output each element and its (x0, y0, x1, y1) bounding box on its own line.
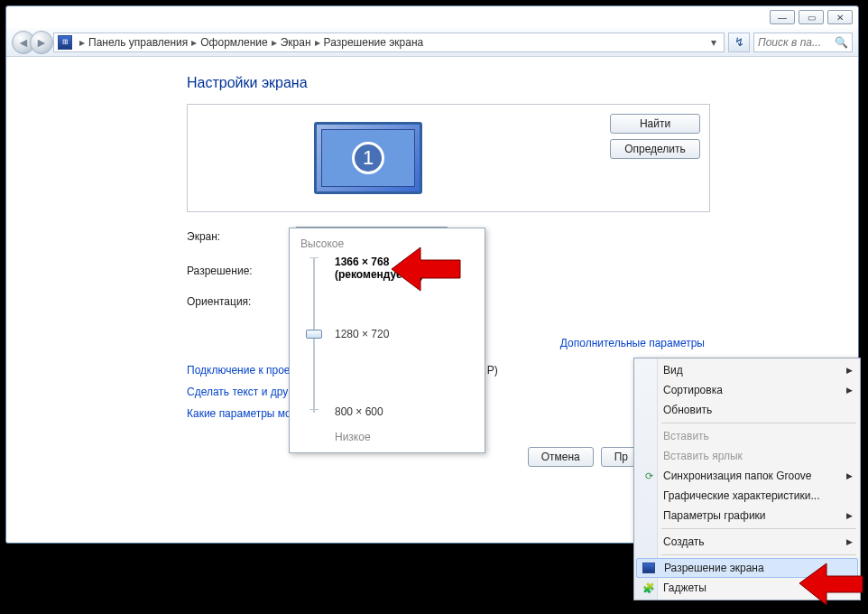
monitor-icon (642, 563, 655, 573)
address-dropdown[interactable]: ▾ (707, 36, 720, 49)
chevron-right-icon: ▶ (846, 386, 853, 395)
cancel-button[interactable]: Отмена (528, 447, 594, 467)
breadcrumb-sep: ▸ (272, 36, 277, 49)
monitor-preview[interactable]: 1 (314, 122, 422, 194)
search-box[interactable]: 🔍 (753, 33, 853, 52)
ctx-groove-sync[interactable]: ⟳Синхронизация папок Groove▶ (636, 466, 858, 486)
breadcrumb-item[interactable]: Оформление (200, 36, 267, 49)
ctx-separator (661, 528, 856, 529)
search-icon[interactable]: 🔍 (835, 36, 848, 49)
projector-link[interactable]: Подключение к проек (187, 364, 295, 377)
ctx-sort[interactable]: Сортировка▶ (636, 380, 858, 400)
svg-marker-1 (799, 563, 863, 605)
ctx-separator (661, 554, 856, 555)
refresh-button[interactable]: ↯ (728, 33, 750, 52)
window-controls: — ▭ ✕ (770, 10, 853, 24)
chevron-right-icon: ▶ (846, 471, 853, 480)
dialog-buttons: Отмена Пр (528, 447, 642, 467)
nav-back-forward: ◄ ► (12, 31, 48, 54)
ctx-separator (661, 423, 856, 423)
ctx-refresh[interactable]: Обновить (636, 400, 858, 420)
monitor-screen: 1 (321, 129, 415, 187)
breadcrumb-item[interactable]: Экран (281, 36, 311, 49)
resolution-slider-track (309, 257, 319, 416)
resolution-low-label: Низкое (335, 431, 371, 443)
resolution-min: 800 × 600 (335, 405, 383, 418)
close-button[interactable]: ✕ (827, 10, 853, 24)
ctx-graphics-options[interactable]: Параметры графики▶ (636, 506, 858, 526)
monitor-number: 1 (352, 142, 384, 174)
control-panel-icon: ⊞ (58, 35, 72, 50)
chevron-right-icon: ▶ (846, 366, 853, 375)
chevron-right-icon: ▶ (846, 511, 853, 520)
advanced-settings-link[interactable]: Дополнительные параметры (560, 337, 705, 349)
resolution-slider-thumb[interactable] (306, 330, 322, 339)
groove-icon: ⟳ (642, 469, 656, 483)
gadgets-icon: 🧩 (642, 581, 656, 595)
annotation-arrow (794, 556, 866, 612)
ctx-paste-shortcut: Вставить ярлык (636, 446, 858, 466)
ctx-view[interactable]: Вид▶ (636, 360, 858, 380)
search-input[interactable] (758, 36, 830, 49)
minimize-button[interactable]: — (770, 10, 795, 24)
address-bar[interactable]: ⊞ ▸ Панель управления ▸ Оформление ▸ Экр… (53, 33, 725, 52)
ctx-graphics-characteristics[interactable]: Графические характеристики... (636, 486, 858, 506)
annotation-arrow (384, 238, 466, 302)
breadcrumb-sep: ▸ (191, 36, 197, 49)
breadcrumb-sep: ▸ (79, 36, 85, 49)
orientation-label: Ориентация: (187, 295, 295, 308)
chevron-right-icon: ▶ (846, 537, 853, 546)
forward-button[interactable]: ► (30, 31, 53, 54)
display-preview-box: 1 Найти Определить (187, 104, 710, 212)
screen-label: Экран: (187, 230, 295, 243)
page-title: Настройки экрана (187, 75, 858, 91)
svg-marker-0 (392, 247, 460, 291)
breadcrumb-item[interactable]: Панель управления (88, 36, 188, 49)
find-button[interactable]: Найти (610, 114, 700, 134)
ctx-paste: Вставить (636, 426, 858, 446)
maximize-button[interactable]: ▭ (799, 10, 824, 24)
detect-button[interactable]: Определить (610, 139, 700, 159)
resolution-label: Разрешение: (187, 265, 295, 277)
breadcrumb-item[interactable]: Разрешение экрана (324, 36, 424, 49)
navigation-bar: ◄ ► ⊞ ▸ Панель управления ▸ Оформление ▸… (6, 28, 858, 57)
resolution-current: 1280 × 720 (335, 328, 389, 340)
breadcrumb-sep: ▸ (315, 36, 320, 49)
ctx-create[interactable]: Создать▶ (636, 532, 858, 552)
